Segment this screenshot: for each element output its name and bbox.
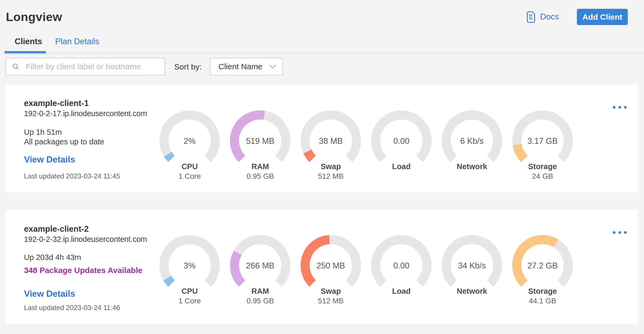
gauge-cpu: 2%CPU1 Core xyxy=(159,110,220,182)
action-menu-dot xyxy=(624,106,627,109)
gauge-label: Network xyxy=(441,287,503,296)
gauge-sublabel: 0.95 GB xyxy=(230,296,291,306)
longview-page: Longview Docs Add Client Clients Plan De… xyxy=(0,0,644,334)
gauge-storage: 27.2 GBStorage44.1 GB xyxy=(512,235,573,307)
client-name: example-client-1 xyxy=(24,99,89,108)
gauge-value: 6 Kb/s xyxy=(460,136,484,146)
tab-clients[interactable]: Clients xyxy=(15,37,42,46)
gauge-value: 250 MB xyxy=(317,261,345,270)
action-menu-dot xyxy=(613,106,616,109)
gauge-value: 3.17 GB xyxy=(527,136,558,146)
docs-link-label: Docs xyxy=(540,12,559,22)
client-uptime: Up 1h 51m xyxy=(24,128,62,137)
gauge-network: 34 Kb/sNetwork xyxy=(441,235,503,307)
gauge-value: 27.2 GB xyxy=(527,261,558,270)
gauge-sublabel: 24 GB xyxy=(512,172,573,181)
gauge-label: Swap xyxy=(300,162,361,171)
gauge-value: 519 MB xyxy=(246,136,275,146)
action-menu-button[interactable] xyxy=(613,231,627,234)
gauge-sublabel: 512 MB xyxy=(300,296,361,306)
tab-plan-details[interactable]: Plan Details xyxy=(55,37,99,46)
gauge-network: 6 Kb/sNetwork xyxy=(441,110,503,182)
view-details-link[interactable]: View Details xyxy=(24,154,75,165)
gauge-value: 2% xyxy=(184,136,196,146)
gauge-value: 0.00 xyxy=(393,261,409,270)
last-updated: Last updated 2023-03-24 11:46 xyxy=(24,304,120,312)
last-updated: Last updated 2023-03-24 11:45 xyxy=(24,172,120,180)
gauge-storage: 3.17 GBStorage24 GB xyxy=(512,110,573,182)
gauge-sublabel: 1 Core xyxy=(159,172,220,181)
gauge-value: 266 MB xyxy=(246,261,275,270)
gauge-label: Network xyxy=(441,162,503,171)
tabs-divider xyxy=(5,53,644,54)
gauge-sublabel: 1 Core xyxy=(159,296,220,306)
gauge-label: Load xyxy=(371,162,432,171)
action-menu-dot xyxy=(613,231,616,234)
search-icon xyxy=(12,63,19,70)
gauge-sublabel: 512 MB xyxy=(300,172,361,181)
gauge-label: CPU xyxy=(159,162,220,171)
gauge-ram: 519 MBRAM0.95 GB xyxy=(230,110,291,182)
gauge-sublabel: 0.95 GB xyxy=(230,172,291,181)
action-menu-dot xyxy=(618,106,621,109)
client-uptime: Up 203d 4h 43m xyxy=(24,253,81,262)
chevron-down-icon xyxy=(269,64,276,69)
gauge-ram: 266 MBRAM0.95 GB xyxy=(230,235,291,307)
gauge-swap: 250 MBSwap512 MB xyxy=(300,235,361,307)
client-packages-status: All packages up to date xyxy=(24,137,104,146)
gauge-label: Storage xyxy=(512,287,573,296)
filter-input[interactable] xyxy=(25,62,162,71)
client-packages-status: 348 Package Updates Available xyxy=(24,266,142,275)
gauge-value: 3% xyxy=(184,261,196,270)
gauge-swap: 38 MBSwap512 MB xyxy=(300,110,361,182)
gauge-load: 0.00Load xyxy=(371,110,432,182)
client-card: example-client-1192-0-2-17.ip.linodeuser… xyxy=(6,85,638,192)
docs-icon xyxy=(525,10,536,23)
sort-select[interactable]: Client Name xyxy=(210,58,283,75)
page-title: Longview xyxy=(6,10,62,24)
gauge-load: 0.00Load xyxy=(371,235,432,307)
gauge-label: Swap xyxy=(300,287,361,296)
gauge-sublabel: 44.1 GB xyxy=(512,296,573,306)
gauge-value: 0.00 xyxy=(393,136,409,146)
client-card: example-client-2192-0-2-32.ip.linodeuser… xyxy=(6,210,638,324)
gauge-label: Storage xyxy=(512,162,573,171)
gauge-label: CPU xyxy=(159,287,220,296)
gauge-value: 38 MB xyxy=(319,136,343,146)
action-menu-dot xyxy=(618,231,621,234)
action-menu-dot xyxy=(624,231,627,234)
client-hostname: 192-0-2-32.ip.linodeusercontent.com xyxy=(24,235,147,244)
sort-by-label: Sort by: xyxy=(174,62,202,71)
filter-input-wrap xyxy=(6,58,165,75)
gauge-label: RAM xyxy=(230,287,291,296)
sort-select-value: Client Name xyxy=(218,62,262,71)
gauge-label: RAM xyxy=(230,162,291,171)
docs-link[interactable]: Docs xyxy=(525,9,559,25)
gauge-cpu: 3%CPU1 Core xyxy=(159,235,220,307)
client-name: example-client-2 xyxy=(24,224,89,234)
gauge-label: Load xyxy=(371,287,432,296)
action-menu-button[interactable] xyxy=(613,106,627,109)
view-details-link[interactable]: View Details xyxy=(24,289,75,299)
client-hostname: 192-0-2-17.ip.linodeusercontent.com xyxy=(24,109,147,118)
gauge-value: 34 Kb/s xyxy=(458,261,486,270)
add-client-button[interactable]: Add Client xyxy=(577,9,628,25)
